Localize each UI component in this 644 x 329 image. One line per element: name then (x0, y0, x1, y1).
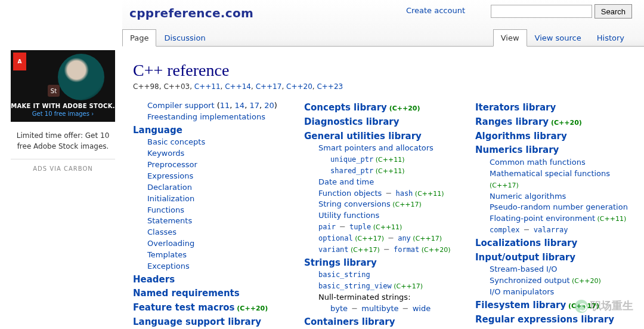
code-link[interactable]: format (394, 245, 419, 254)
std-tag: (C++17) (349, 246, 380, 254)
link[interactable]: Function objects (318, 189, 382, 198)
link[interactable]: Pseudo-random number generation (490, 202, 628, 211)
std-tag: (C++11) (371, 223, 402, 231)
row: Strings library (304, 257, 465, 270)
link[interactable]: Utility functions (318, 211, 379, 220)
link[interactable]: Freestanding implementations (147, 112, 265, 121)
link[interactable]: String conversions (318, 199, 391, 208)
link[interactable]: Feature test macros (133, 302, 235, 313)
link[interactable]: 11 (220, 101, 230, 110)
link[interactable]: Diagnostics library (304, 116, 399, 127)
link[interactable]: 20 (264, 101, 274, 110)
code-link[interactable]: hash (395, 189, 413, 198)
link[interactable]: Iterators library (475, 102, 556, 113)
link[interactable]: Localizations library (475, 238, 577, 248)
link[interactable]: 14 (235, 101, 245, 110)
ad-image[interactable]: A St MAKE IT WITH ADOBE STOCK. Get 10 fr… (11, 50, 115, 122)
tab-view-source[interactable]: View source (527, 29, 589, 47)
code-link[interactable]: shared_ptr (330, 167, 373, 175)
link[interactable]: wide (413, 304, 431, 313)
code-link[interactable]: any (398, 234, 411, 242)
link[interactable]: Functions (147, 205, 184, 214)
link[interactable]: Algorithms library (475, 131, 567, 142)
row: Statements (133, 216, 293, 227)
link[interactable]: General utilities library (304, 131, 422, 142)
link[interactable]: Date and time (318, 177, 374, 186)
std-C++23[interactable]: C++23 (317, 82, 343, 91)
code-link[interactable]: pair (318, 223, 336, 231)
code-link[interactable]: basic_string_view (318, 282, 392, 290)
std-tag: (C++11) (373, 156, 404, 164)
row: Overloading (133, 238, 293, 250)
link[interactable]: Regular expressions library (475, 314, 614, 325)
ad-text[interactable]: Limited time offer: Get 10 free Adobe St… (11, 130, 115, 152)
row: basic_string_view (C++17) (304, 281, 465, 292)
link[interactable]: I/O manipulators (490, 287, 554, 296)
link[interactable]: 17 (249, 101, 259, 110)
link[interactable]: Containers library (304, 316, 395, 327)
code-link[interactable]: variant (318, 245, 349, 254)
row: byte − multibyte − wide (304, 303, 465, 315)
std-C++98: C++98 (133, 82, 159, 91)
tab-history[interactable]: History (589, 29, 632, 47)
link[interactable]: Numeric algorithms (490, 192, 566, 201)
link[interactable]: Compiler support (147, 101, 215, 110)
link[interactable]: Templates (147, 250, 187, 259)
link[interactable]: byte (330, 304, 348, 313)
search-button[interactable]: Search (595, 4, 632, 19)
row: I/O manipulators (475, 287, 636, 298)
dash: − (384, 233, 398, 242)
link[interactable]: multibyte (361, 304, 398, 313)
adobe-stock-icon: St (48, 85, 60, 97)
link[interactable]: Classes (147, 227, 177, 236)
row: Numerics library (475, 144, 636, 157)
link[interactable]: Headers (133, 274, 175, 285)
link[interactable]: Overloading (147, 239, 194, 248)
link[interactable]: Initialization (147, 194, 194, 203)
std-C++20[interactable]: C++20 (286, 82, 312, 91)
link[interactable]: Named requirements (133, 288, 240, 299)
create-account-link[interactable]: Create account (406, 6, 465, 15)
search-input[interactable] (491, 5, 592, 18)
link[interactable]: Declaration (147, 183, 192, 192)
link[interactable]: Smart pointers and allocators (318, 143, 434, 152)
tab-discussion[interactable]: Discussion (156, 29, 213, 47)
link[interactable]: Common math functions (490, 158, 586, 167)
link[interactable]: Synchronized output (490, 276, 570, 285)
link[interactable]: Preprocessor (147, 160, 197, 169)
code-link[interactable]: optional (318, 234, 353, 242)
link[interactable]: Keywords (147, 149, 184, 158)
tab-page[interactable]: Page (122, 29, 156, 47)
link[interactable]: Stream-based I/O (490, 265, 558, 273)
link[interactable]: Expressions (147, 171, 193, 180)
link[interactable]: Language support library (133, 316, 261, 327)
link[interactable]: Exceptions (147, 262, 190, 270)
code-link[interactable]: valarray (534, 226, 568, 234)
row: optional (C++17) − any (C++17) (304, 233, 465, 244)
code-link[interactable]: complex (490, 226, 520, 234)
link[interactable]: Statements (147, 216, 192, 225)
link[interactable]: Numerics library (475, 144, 559, 155)
code-link[interactable]: tuple (349, 223, 371, 231)
std-C++11[interactable]: C++11 (194, 82, 221, 91)
site-title[interactable]: cppreference.com (129, 6, 253, 20)
link[interactable]: Concepts library (304, 102, 387, 113)
link[interactable]: Language (133, 125, 182, 136)
std-tag: (C++20) (570, 277, 601, 285)
row: Mathematical special functions (C++17) (475, 168, 636, 191)
link[interactable]: Filesystem library (475, 300, 566, 310)
link[interactable]: Mathematical special functions (490, 169, 610, 178)
link[interactable]: Strings library (304, 257, 377, 268)
code-link[interactable]: unique_ptr (330, 155, 373, 164)
link[interactable]: Input/output library (475, 252, 575, 263)
row: Iterators library (475, 102, 636, 115)
link[interactable]: Floating-point environment (490, 214, 595, 223)
std-C++14[interactable]: C++14 (225, 82, 251, 91)
tab-view[interactable]: View (493, 29, 527, 47)
ad-via[interactable]: ADS VIA CARBON (11, 159, 115, 172)
std-tag: (C++17) (353, 235, 384, 242)
code-link[interactable]: basic_string (318, 270, 370, 279)
link[interactable]: Ranges library (475, 116, 549, 127)
link[interactable]: Basic concepts (147, 137, 205, 146)
std-C++17[interactable]: C++17 (256, 82, 282, 91)
